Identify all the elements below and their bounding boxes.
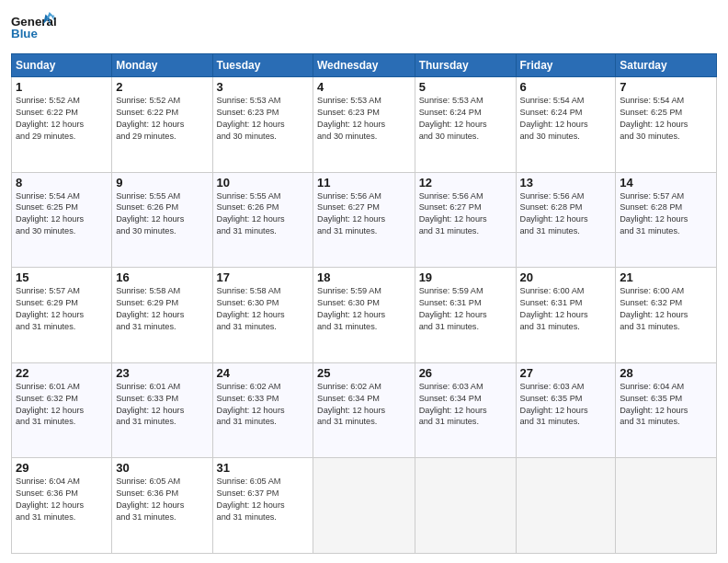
- calendar-day-cell: 17Sunrise: 5:58 AM Sunset: 6:30 PM Dayli…: [212, 268, 313, 363]
- weekday-header-cell: Sunday: [12, 54, 112, 77]
- calendar-day-cell: [516, 458, 616, 554]
- day-info: Sunrise: 6:02 AM Sunset: 6:34 PM Dayligh…: [317, 381, 411, 429]
- calendar-day-cell: 10Sunrise: 5:55 AM Sunset: 6:26 PM Dayli…: [212, 172, 313, 268]
- calendar-week-row: 1Sunrise: 5:52 AM Sunset: 6:22 PM Daylig…: [12, 77, 717, 173]
- calendar-day-cell: 8Sunrise: 5:54 AM Sunset: 6:25 PM Daylig…: [12, 172, 112, 268]
- day-number: 12: [419, 176, 512, 190]
- day-info: Sunrise: 5:56 AM Sunset: 6:27 PM Dayligh…: [419, 190, 512, 238]
- calendar-day-cell: 16Sunrise: 5:58 AM Sunset: 6:29 PM Dayli…: [112, 268, 212, 363]
- day-info: Sunrise: 5:54 AM Sunset: 6:25 PM Dayligh…: [620, 95, 712, 143]
- calendar-day-cell: 13Sunrise: 5:56 AM Sunset: 6:28 PM Dayli…: [516, 172, 616, 268]
- calendar-day-cell: 3Sunrise: 5:53 AM Sunset: 6:23 PM Daylig…: [212, 77, 313, 173]
- calendar-day-cell: 29Sunrise: 6:04 AM Sunset: 6:36 PM Dayli…: [12, 458, 112, 554]
- day-info: Sunrise: 5:57 AM Sunset: 6:29 PM Dayligh…: [16, 285, 108, 333]
- day-number: 30: [116, 461, 208, 475]
- day-number: 28: [620, 366, 712, 380]
- logo-icon: General Blue: [11, 9, 57, 46]
- day-info: Sunrise: 5:53 AM Sunset: 6:23 PM Dayligh…: [217, 95, 309, 143]
- main-container: General Blue SundayMondayTuesdayWednesda…: [0, 0, 728, 563]
- day-info: Sunrise: 5:58 AM Sunset: 6:29 PM Dayligh…: [116, 285, 208, 333]
- day-number: 26: [419, 366, 512, 380]
- calendar-body: 1Sunrise: 5:52 AM Sunset: 6:22 PM Daylig…: [12, 77, 717, 554]
- weekday-header-cell: Friday: [516, 54, 616, 77]
- calendar-day-cell: 11Sunrise: 5:56 AM Sunset: 6:27 PM Dayli…: [313, 172, 415, 268]
- day-number: 23: [116, 366, 208, 380]
- day-info: Sunrise: 6:04 AM Sunset: 6:35 PM Dayligh…: [620, 381, 712, 429]
- calendar-day-cell: 9Sunrise: 5:55 AM Sunset: 6:26 PM Daylig…: [112, 172, 212, 268]
- day-number: 13: [520, 176, 612, 190]
- calendar-day-cell: 2Sunrise: 5:52 AM Sunset: 6:22 PM Daylig…: [112, 77, 212, 173]
- calendar-week-row: 8Sunrise: 5:54 AM Sunset: 6:25 PM Daylig…: [12, 172, 717, 268]
- day-number: 14: [620, 176, 712, 190]
- calendar-day-cell: 4Sunrise: 5:53 AM Sunset: 6:23 PM Daylig…: [313, 77, 415, 173]
- calendar-day-cell: 14Sunrise: 5:57 AM Sunset: 6:28 PM Dayli…: [616, 172, 717, 268]
- weekday-header-cell: Saturday: [616, 54, 717, 77]
- day-number: 3: [217, 80, 309, 94]
- calendar-day-cell: 1Sunrise: 5:52 AM Sunset: 6:22 PM Daylig…: [12, 77, 112, 173]
- calendar-day-cell: 28Sunrise: 6:04 AM Sunset: 6:35 PM Dayli…: [616, 362, 717, 458]
- calendar-day-cell: 5Sunrise: 5:53 AM Sunset: 6:24 PM Daylig…: [415, 77, 516, 173]
- day-info: Sunrise: 5:55 AM Sunset: 6:26 PM Dayligh…: [217, 190, 309, 238]
- day-info: Sunrise: 5:56 AM Sunset: 6:27 PM Dayligh…: [317, 190, 411, 238]
- day-number: 22: [16, 366, 108, 380]
- day-info: Sunrise: 5:55 AM Sunset: 6:26 PM Dayligh…: [116, 190, 208, 238]
- day-number: 24: [217, 366, 309, 380]
- day-number: 29: [16, 461, 108, 475]
- day-number: 27: [520, 366, 612, 380]
- day-info: Sunrise: 6:04 AM Sunset: 6:36 PM Dayligh…: [16, 476, 108, 523]
- day-number: 6: [520, 80, 612, 94]
- day-info: Sunrise: 5:57 AM Sunset: 6:28 PM Dayligh…: [620, 190, 712, 238]
- calendar-day-cell: 26Sunrise: 6:03 AM Sunset: 6:34 PM Dayli…: [415, 362, 516, 458]
- weekday-header-cell: Thursday: [415, 54, 516, 77]
- day-info: Sunrise: 5:53 AM Sunset: 6:23 PM Dayligh…: [317, 95, 411, 143]
- day-info: Sunrise: 6:03 AM Sunset: 6:35 PM Dayligh…: [520, 381, 612, 429]
- svg-text:Blue: Blue: [11, 27, 38, 40]
- day-info: Sunrise: 6:01 AM Sunset: 6:33 PM Dayligh…: [116, 381, 208, 429]
- calendar-day-cell: [313, 458, 415, 554]
- calendar-day-cell: 6Sunrise: 5:54 AM Sunset: 6:24 PM Daylig…: [516, 77, 616, 173]
- day-number: 20: [520, 270, 612, 284]
- calendar-day-cell: 15Sunrise: 5:57 AM Sunset: 6:29 PM Dayli…: [12, 268, 112, 363]
- day-number: 1: [16, 80, 108, 94]
- day-info: Sunrise: 6:03 AM Sunset: 6:34 PM Dayligh…: [419, 381, 512, 429]
- day-info: Sunrise: 5:59 AM Sunset: 6:31 PM Dayligh…: [419, 285, 512, 333]
- calendar-week-row: 15Sunrise: 5:57 AM Sunset: 6:29 PM Dayli…: [12, 268, 717, 363]
- weekday-header-cell: Wednesday: [313, 54, 415, 77]
- day-number: 16: [116, 270, 208, 284]
- calendar-day-cell: 22Sunrise: 6:01 AM Sunset: 6:32 PM Dayli…: [12, 362, 112, 458]
- calendar-day-cell: [616, 458, 717, 554]
- day-info: Sunrise: 5:59 AM Sunset: 6:30 PM Dayligh…: [317, 285, 411, 333]
- calendar-day-cell: 24Sunrise: 6:02 AM Sunset: 6:33 PM Dayli…: [212, 362, 313, 458]
- day-number: 4: [317, 80, 411, 94]
- day-info: Sunrise: 6:01 AM Sunset: 6:32 PM Dayligh…: [16, 381, 108, 429]
- day-info: Sunrise: 5:53 AM Sunset: 6:24 PM Dayligh…: [419, 95, 512, 143]
- calendar-day-cell: [415, 458, 516, 554]
- weekday-header-cell: Tuesday: [212, 54, 313, 77]
- calendar-day-cell: 19Sunrise: 5:59 AM Sunset: 6:31 PM Dayli…: [415, 268, 516, 363]
- calendar-week-row: 29Sunrise: 6:04 AM Sunset: 6:36 PM Dayli…: [12, 458, 717, 554]
- calendar-day-cell: 7Sunrise: 5:54 AM Sunset: 6:25 PM Daylig…: [616, 77, 717, 173]
- calendar-day-cell: 30Sunrise: 6:05 AM Sunset: 6:36 PM Dayli…: [112, 458, 212, 554]
- calendar-day-cell: 21Sunrise: 6:00 AM Sunset: 6:32 PM Dayli…: [616, 268, 717, 363]
- day-info: Sunrise: 5:54 AM Sunset: 6:24 PM Dayligh…: [520, 95, 612, 143]
- day-number: 5: [419, 80, 512, 94]
- day-number: 8: [16, 176, 108, 190]
- day-number: 19: [419, 270, 512, 284]
- day-info: Sunrise: 5:58 AM Sunset: 6:30 PM Dayligh…: [217, 285, 309, 333]
- header: General Blue: [11, 9, 717, 46]
- day-number: 11: [317, 176, 411, 190]
- day-number: 15: [16, 270, 108, 284]
- calendar-day-cell: 18Sunrise: 5:59 AM Sunset: 6:30 PM Dayli…: [313, 268, 415, 363]
- calendar-day-cell: 12Sunrise: 5:56 AM Sunset: 6:27 PM Dayli…: [415, 172, 516, 268]
- day-number: 7: [620, 80, 712, 94]
- day-number: 10: [217, 176, 309, 190]
- day-number: 2: [116, 80, 208, 94]
- logo: General Blue: [11, 9, 57, 46]
- calendar-day-cell: 25Sunrise: 6:02 AM Sunset: 6:34 PM Dayli…: [313, 362, 415, 458]
- weekday-header-cell: Monday: [112, 54, 212, 77]
- day-info: Sunrise: 6:05 AM Sunset: 6:36 PM Dayligh…: [116, 476, 208, 523]
- day-info: Sunrise: 6:05 AM Sunset: 6:37 PM Dayligh…: [217, 476, 309, 523]
- day-info: Sunrise: 6:00 AM Sunset: 6:31 PM Dayligh…: [520, 285, 612, 333]
- calendar-day-cell: 23Sunrise: 6:01 AM Sunset: 6:33 PM Dayli…: [112, 362, 212, 458]
- calendar-day-cell: 27Sunrise: 6:03 AM Sunset: 6:35 PM Dayli…: [516, 362, 616, 458]
